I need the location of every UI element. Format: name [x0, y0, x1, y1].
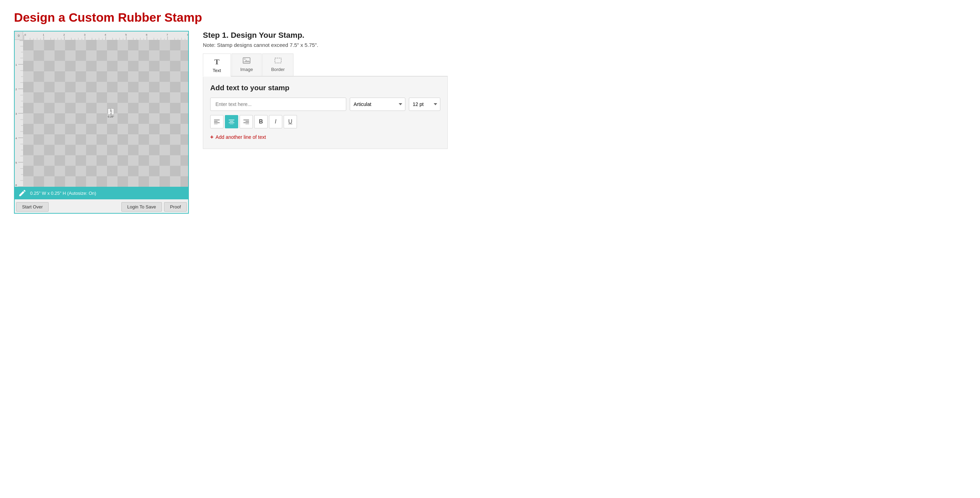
svg-text:4: 4 [15, 137, 17, 140]
size-select[interactable]: 8 pt 10 pt 12 pt 14 pt 16 pt 18 pt 24 pt… [409, 97, 440, 111]
align-left-button[interactable] [210, 115, 223, 128]
text-input-row: Articulat Arial Times New Roman Courier … [210, 97, 440, 111]
text-input[interactable] [210, 97, 346, 111]
ruler-horizontal: 0 1 2 [23, 32, 188, 40]
tab-image-label: Image [240, 67, 253, 72]
svg-marker-83 [245, 60, 250, 62]
align-center-button[interactable] [225, 115, 238, 128]
bold-button[interactable]: B [254, 115, 267, 128]
svg-text:7: 7 [167, 33, 168, 37]
tab-border[interactable]: Border [262, 54, 293, 76]
tab-image[interactable]: Image [232, 54, 262, 76]
svg-text:3: 3 [84, 33, 86, 37]
italic-button[interactable]: I [269, 115, 282, 128]
step-title: Step 1. Design Your Stamp. [203, 31, 448, 40]
svg-text:3: 3 [15, 112, 17, 115]
panel-content: Add text to your stamp Articulat Arial T… [203, 76, 448, 149]
ruler-row: 0 0 1 [15, 32, 188, 40]
step-note: Note: Stamp designs cannot exceed 7.5" x… [203, 42, 448, 48]
proof-button[interactable]: Proof [164, 202, 187, 212]
login-to-save-button[interactable]: Login To Save [121, 202, 162, 212]
svg-text:5: 5 [15, 161, 17, 164]
svg-text:5: 5 [125, 33, 127, 37]
border-tab-icon [274, 57, 282, 65]
italic-icon: I [275, 119, 276, 125]
canvas-buttons: Start Over Login To Save Proof [15, 199, 188, 213]
add-line-link[interactable]: + Add another line of text [210, 134, 440, 140]
tab-text[interactable]: T Text [203, 54, 231, 76]
page-title: Design a Custom Rubber Stamp [14, 11, 966, 24]
svg-text:4: 4 [105, 33, 106, 37]
panel-section-title: Add text to your stamp [210, 84, 440, 92]
start-over-button[interactable]: Start Over [16, 202, 49, 212]
svg-text:2: 2 [15, 88, 17, 91]
svg-text:1: 1 [43, 33, 45, 37]
svg-text:1: 1 [15, 63, 17, 67]
font-select[interactable]: Articulat Arial Times New Roman Courier … [350, 97, 406, 111]
drawing-canvas[interactable]: 0.25" 0.25" [23, 40, 188, 187]
svg-text:6: 6 [146, 33, 148, 37]
svg-text:6: 6 [15, 184, 17, 187]
bold-icon: B [259, 119, 263, 125]
main-layout: 0 0 1 [14, 31, 966, 214]
image-tab-icon [243, 57, 250, 65]
ruler-corner: 0 [15, 32, 23, 40]
canvas-footer: 0.25" W x 0.25" H (Autosize: On) [15, 187, 188, 199]
underline-button[interactable]: U [284, 115, 297, 128]
underline-icon: U [288, 119, 293, 125]
element-height-label: 0.25" [108, 115, 114, 118]
format-toolbar: B I U [210, 115, 440, 128]
stamp-element[interactable]: 0.25" 0.25" [108, 108, 114, 118]
svg-text:2: 2 [63, 33, 65, 37]
canvas-container: 0 0 1 [14, 31, 189, 214]
svg-rect-85 [275, 58, 281, 63]
svg-point-84 [244, 59, 245, 60]
tab-text-label: Text [213, 68, 221, 73]
add-icon: + [210, 134, 213, 140]
tab-border-label: Border [271, 67, 285, 72]
add-line-text: Add another line of text [215, 134, 266, 140]
right-panel: Step 1. Design Your Stamp. Note: Stamp d… [203, 31, 448, 149]
pencil-icon [18, 189, 27, 197]
tool-tabs: T Text Image [203, 54, 448, 76]
canvas-size-text: 0.25" W x 0.25" H (Autosize: On) [30, 191, 96, 196]
element-width-label: 0.25" [108, 109, 114, 115]
svg-text:0: 0 [24, 33, 26, 37]
text-tab-icon: T [215, 57, 220, 67]
ruler-vertical: 1 2 3 [15, 40, 23, 187]
svg-text:8: 8 [187, 33, 188, 37]
canvas-body: 1 2 3 [15, 40, 188, 187]
align-right-button[interactable] [240, 115, 253, 128]
